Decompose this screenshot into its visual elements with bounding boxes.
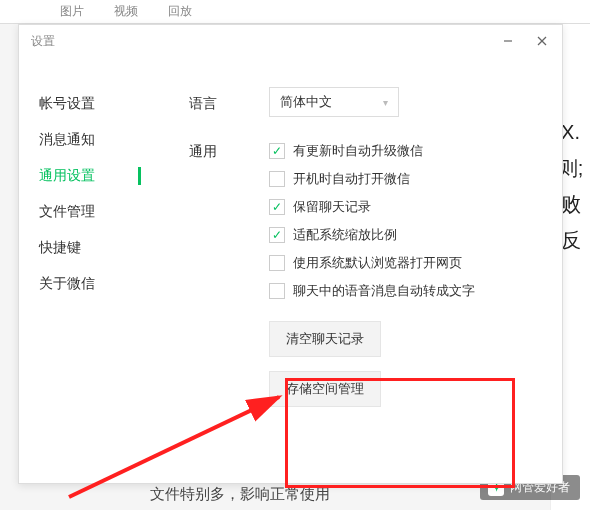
background-bottom-text: 文件特别多，影响正常使用 xyxy=(150,485,330,504)
option-row-2: 保留聊天记录 xyxy=(269,193,542,221)
language-select[interactable]: 简体中文 ▾ xyxy=(269,87,399,117)
checkbox-5[interactable] xyxy=(269,283,285,299)
option-row-0: 有更新时自动升级微信 xyxy=(269,137,542,165)
sidebar-item-general[interactable]: 通用设置 xyxy=(39,165,139,187)
settings-panel: 语言 通用 简体中文 ▾ 有更新时自动升级微信开机时自动打开微信保留聊天记录适配… xyxy=(139,87,542,463)
checkbox-1[interactable] xyxy=(269,171,285,187)
option-row-4: 使用系统默认浏览器打开网页 xyxy=(269,249,542,277)
option-label: 适配系统缩放比例 xyxy=(293,226,397,244)
language-select-value: 简体中文 xyxy=(280,93,332,111)
option-label: 聊天中的语音消息自动转成文字 xyxy=(293,282,475,300)
label-general: 通用 xyxy=(189,143,249,161)
titlebar: 设置 xyxy=(19,25,562,57)
option-label: 保留聊天记录 xyxy=(293,198,371,216)
sidebar-item-shortcuts[interactable]: 快捷键 xyxy=(39,237,139,259)
chevron-down-icon: ▾ xyxy=(383,97,388,108)
storage-management-button[interactable]: 存储空间管理 xyxy=(269,371,381,407)
checkbox-0[interactable] xyxy=(269,143,285,159)
option-row-3: 适配系统缩放比例 xyxy=(269,221,542,249)
checkbox-4[interactable] xyxy=(269,255,285,271)
option-row-1: 开机时自动打开微信 xyxy=(269,165,542,193)
option-label: 开机时自动打开微信 xyxy=(293,170,410,188)
settings-sidebar: 帐号设置消息通知通用设置文件管理快捷键关于微信 xyxy=(39,87,139,463)
option-row-5: 聊天中的语音消息自动转成文字 xyxy=(269,277,542,305)
sidebar-item-account[interactable]: 帐号设置 xyxy=(39,93,139,115)
checkbox-2[interactable] xyxy=(269,199,285,215)
clear-chat-history-button[interactable]: 清空聊天记录 xyxy=(269,321,381,357)
sidebar-item-notify[interactable]: 消息通知 xyxy=(39,129,139,151)
sidebar-item-files[interactable]: 文件管理 xyxy=(39,201,139,223)
minimize-button[interactable] xyxy=(494,29,522,53)
sidebar-item-about[interactable]: 关于微信 xyxy=(39,273,139,295)
close-button[interactable] xyxy=(528,29,556,53)
minimize-icon xyxy=(503,36,513,46)
settings-dialog: 设置 帐号设置消息通知通用设置文件管理快捷键关于微信 语言 通用 简体中文 ▾ … xyxy=(18,24,563,484)
dialog-title: 设置 xyxy=(31,33,55,50)
background-toolbar: 图片 视频 回放 xyxy=(0,0,590,24)
label-language: 语言 xyxy=(189,95,249,113)
checkbox-3[interactable] xyxy=(269,227,285,243)
option-label: 使用系统默认浏览器打开网页 xyxy=(293,254,462,272)
option-label: 有更新时自动升级微信 xyxy=(293,142,423,160)
close-icon xyxy=(537,36,547,46)
